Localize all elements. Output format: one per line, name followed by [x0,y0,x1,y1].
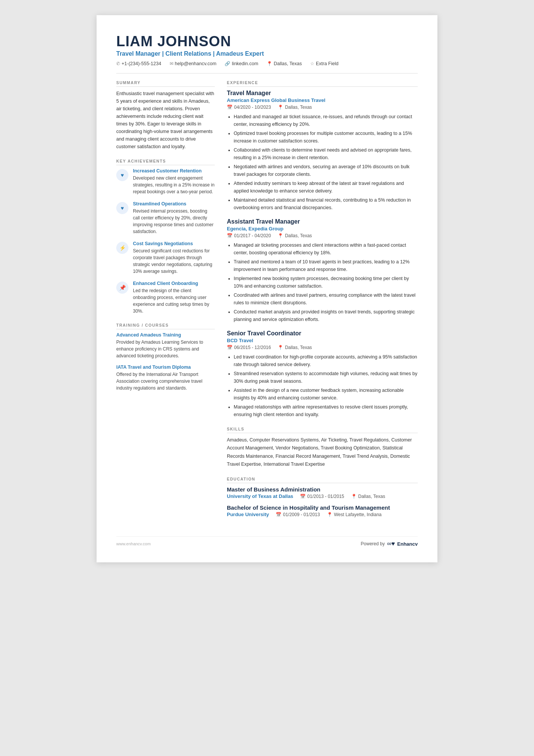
experience-section: EXPERIENCE Travel Manager American Expre… [227,80,418,418]
brand-name: Enhancv [397,541,418,547]
skills-label: SKILLS [227,427,418,433]
achievement-content-2: Streamlined Operations Revised internal … [133,201,215,235]
bullet-3-1: Led travel coordination for high-profile… [234,353,418,368]
contact-extra: ☆ Extra Field [310,61,339,66]
contact-location: 📍 Dallas, Texas [267,61,302,66]
bullet-3-3: Assisted in the design of a new customer… [234,387,418,402]
job-dates-1: 📅 04/2020 - 10/2023 [227,105,271,110]
training-title-1: Advanced Amadeus Training [116,332,215,338]
bullet-2-3: Implemented new booking system processes… [234,275,418,290]
achievement-content-3: Cost Savings Negotiations Secured signif… [133,241,215,275]
summary-label: SUMMARY [116,80,215,87]
experience-label: EXPERIENCE [227,80,418,87]
candidate-title: Travel Manager | Client Relations | Amad… [116,50,418,57]
linkedin-icon: 🔗 [225,61,230,66]
phone-icon: ✆ [116,61,120,66]
edu-item-1: Master of Business Administration Univer… [227,486,418,499]
job-company-3: BCD Travel [227,338,418,343]
bullet-1-1: Handled and managed air ticket issuance,… [234,113,418,128]
contact-row: ✆ +1-(234)-555-1234 ✉ help@enhancv.com 🔗… [116,61,418,66]
achievement-item-2: ♥ Streamlined Operations Revised interna… [116,201,215,235]
skills-section: SKILLS Amadeus, Computer Reservations Sy… [227,427,418,468]
header-divider [116,73,418,74]
achievements-section: KEY ACHIEVEMENTS ♥ Increased Customer Re… [116,159,215,315]
job-company-1: American Express Global Business Travel [227,97,418,103]
calendar-icon-3: 📅 [227,345,233,350]
edu-dates-1: 📅 01/2013 - 01/2015 [300,494,344,499]
achievement-desc-1: Developed new client engagement strategi… [133,175,215,195]
achievement-desc-2: Revised internal processes, boosting cal… [133,208,215,235]
heart-icon-2: ♥ [121,205,124,211]
achievement-title-3: Cost Savings Negotiations [133,241,215,246]
achievement-desc-4: Led the redesign of the client onboardin… [133,287,215,315]
enhancv-icon: ∞♥ [387,540,395,547]
bullet-1-4: Negotiated with airlines and vendors, se… [234,163,418,178]
job-company-2: Egencia, Expedia Group [227,226,418,232]
achievement-icon-wrap-2: ♥ [116,202,128,214]
job-dates-2: 📅 01/2017 - 04/2020 [227,233,271,238]
location-icon-2: 📍 [278,233,283,238]
location-edu-2: 📍 [327,512,333,517]
edu-degree-1: Master of Business Administration [227,486,418,493]
bullet-1-5: Attended industry seminars to keep abrea… [234,180,418,195]
star-icon: ☆ [310,61,314,66]
bullet-2-4: Coordinated with airlines and travel par… [234,291,418,307]
contact-phone: ✆ +1-(234)-555-1234 [116,61,161,66]
achievement-content-4: Enhanced Client Onboarding Led the redes… [133,281,215,315]
achievement-item-1: ♥ Increased Customer Retention Developed… [116,168,215,195]
achievement-icon-wrap-1: ♥ [116,169,128,181]
main-content: SUMMARY Enthusiastic travel management s… [116,80,418,526]
bullet-2-1: Managed air ticketing processes and clie… [234,241,418,257]
left-column: SUMMARY Enthusiastic travel management s… [116,80,215,526]
training-title-2: IATA Travel and Tourism Diploma [116,365,215,370]
candidate-name: LIAM JOHNSON [116,33,418,50]
heart-icon-1: ♥ [121,172,124,178]
edu-degree-2: Bachelor of Science in Hospitality and T… [227,504,418,511]
job-bullets-2: Managed air ticketing processes and clie… [227,241,418,323]
calendar-icon-1: 📅 [227,105,233,110]
edu-location-1: 📍 Dallas, Texas [351,494,385,499]
location-edu-1: 📍 [351,494,357,499]
job-meta-3: 📅 06/2015 - 12/2016 📍 Dallas, Texas [227,345,418,350]
achievement-title-1: Increased Customer Retention [133,168,215,174]
footer: www.enhancv.com Powered by ∞♥ Enhancv [116,536,418,547]
edu-school-1: University of Texas at Dallas [227,493,293,499]
skills-text: Amadeus, Computer Reservations Systems, … [227,436,418,468]
bullet-3-4: Managed relationships with airline repre… [234,403,418,418]
job-1: Travel Manager American Express Global B… [227,90,418,211]
education-section: EDUCATION Master of Business Administrat… [227,477,418,517]
job-title-2: Assistant Travel Manager [227,218,418,225]
achievement-title-2: Streamlined Operations [133,201,215,207]
edu-location-2: 📍 West Lafayette, Indiana [327,512,382,517]
calendar-edu-2: 📅 [276,512,281,517]
job-location-3: 📍 Dallas, Texas [278,345,312,350]
bolt-icon: ⚡ [119,245,126,251]
bullet-2-5: Conducted market analysis and provided i… [234,308,418,323]
job-dates-3: 📅 06/2015 - 12/2016 [227,345,271,350]
job-bullets-1: Handled and managed air ticket issuance,… [227,113,418,211]
achievement-desc-3: Secured significant cost reductions for … [133,247,215,275]
job-title-1: Travel Manager [227,90,418,97]
bullet-2-2: Trained and mentored a team of 10 travel… [234,258,418,273]
header: LIAM JOHNSON Travel Manager | Client Rel… [116,33,418,66]
achievement-item-3: ⚡ Cost Savings Negotiations Secured sign… [116,241,215,275]
powered-by-text: Powered by [361,541,385,546]
achievement-content-1: Increased Customer Retention Developed n… [133,168,215,195]
location-icon-1: 📍 [278,105,283,110]
pin-icon: 📌 [119,285,126,291]
job-bullets-3: Led travel coordination for high-profile… [227,353,418,418]
education-label: EDUCATION [227,477,418,483]
achievement-icon-wrap-3: ⚡ [116,242,128,254]
achievement-item-4: 📌 Enhanced Client Onboarding Led the red… [116,281,215,315]
job-2: Assistant Travel Manager Egencia, Expedi… [227,218,418,323]
location-icon: 📍 [267,61,272,66]
footer-logo: Powered by ∞♥ Enhancv [361,540,418,547]
edu-dates-2: 📅 01/2009 - 01/2013 [276,512,320,517]
training-item-2: IATA Travel and Tourism Diploma Offered … [116,365,215,391]
training-section: TRAINING / COURSES Advanced Amadeus Trai… [116,323,215,391]
job-meta-2: 📅 01/2017 - 04/2020 📍 Dallas, Texas [227,233,418,238]
job-title-3: Senior Travel Coordinator [227,330,418,337]
job-location-2: 📍 Dallas, Texas [278,233,312,238]
summary-text: Enthusiastic travel management specialis… [116,90,215,150]
resume-page: LIAM JOHNSON Travel Manager | Client Rel… [97,15,437,562]
